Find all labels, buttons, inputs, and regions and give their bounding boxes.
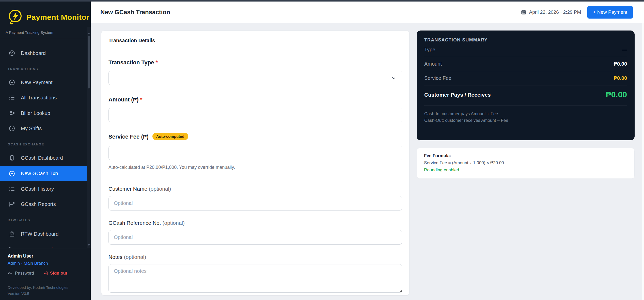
sign-out-link[interactable]: Sign out: [43, 271, 67, 276]
sidebar-item-biller-lookup[interactable]: Biller Lookup: [0, 106, 87, 121]
phone-icon: [9, 155, 15, 161]
sign-out-icon: [43, 271, 48, 276]
page-header: New GCash Transaction April 22, 2026 · 2…: [91, 2, 644, 23]
app-title: Payment Monitor: [26, 13, 89, 22]
sidebar-item-new-gcash-txn[interactable]: New GCash Txn: [0, 166, 87, 181]
gcash-reference-input[interactable]: [108, 230, 402, 245]
scroll-down-arrow-icon[interactable]: [88, 244, 90, 246]
nav-section-gcash-exchange: GCASH EXCHANGE: [8, 142, 44, 146]
cash-in-note: Cash-In: customer pays Amount + Fee: [424, 111, 627, 117]
sidebar-item-gcash-history[interactable]: GCash History: [0, 182, 87, 196]
page-title: New GCash Transaction: [100, 9, 170, 16]
developer-credit: Developed by: Kodarti Technologies: [8, 285, 83, 290]
sidebar-item-label: Biller Lookup: [21, 110, 50, 116]
sidebar-item-all-transactions[interactable]: All Transactions: [0, 90, 87, 105]
amount-input[interactable]: [108, 108, 402, 122]
sidebar-item-rtw-dashboard[interactable]: RTW Dashboard: [0, 227, 87, 241]
list-icon: [9, 94, 15, 101]
cash-out-note: Cash-Out: customer receives Amount – Fee: [424, 117, 627, 124]
footer-divider: [8, 281, 83, 281]
sidebar-item-label: GCash History: [21, 186, 54, 192]
sidebar-item-label: Dashboard: [21, 50, 46, 56]
sidebar: Payment Monitor A Payment Tracking Syste…: [0, 0, 91, 300]
nav-section-transactions: TRANSACTIONS: [8, 67, 38, 71]
summary-row-service-fee: Service Fee ₱0.00: [424, 71, 627, 85]
gcash-reference-label: GCash Reference No. (optional): [108, 220, 402, 226]
fee-formula-card: Fee Formula: Service Fee = (Amount ÷ 1,0…: [417, 148, 635, 179]
summary-row-total: Customer Pays / Receives ₱0.00: [424, 85, 627, 106]
summary-notes: Cash-In: customer pays Amount + Fee Cash…: [424, 106, 627, 124]
sidebar-item-new-payment[interactable]: New Payment: [0, 75, 87, 90]
summary-fee-value: ₱0.00: [614, 75, 627, 81]
required-marker: *: [140, 96, 143, 103]
plus-circle-icon: [9, 79, 15, 86]
sidebar-item-label: GCash Reports: [21, 201, 56, 207]
customer-name-label: Customer Name (optional): [108, 186, 402, 192]
summary-row-amount: Amount ₱0.00: [424, 57, 627, 71]
calendar-icon: [521, 9, 526, 15]
key-icon: [8, 271, 13, 276]
sidebar-item-label: My Shifts: [21, 126, 42, 131]
fee-help-text: Auto-calculated at ₱20.00/₱1,000. You ma…: [108, 165, 402, 170]
service-fee-input[interactable]: [108, 146, 402, 160]
chevron-down-icon: [391, 76, 396, 81]
transaction-details-card: Transaction Details Transaction Type * -…: [101, 31, 410, 295]
auto-computed-badge: Auto-computed: [152, 133, 188, 140]
sidebar-item-gcash-reports[interactable]: GCash Reports: [0, 197, 87, 212]
user-role-branch[interactable]: Admin · Main Branch: [8, 261, 83, 266]
summary-title: TRANSACTION SUMMARY: [424, 37, 627, 43]
sidebar-user-footer: Admin User Admin · Main Branch Password …: [0, 248, 91, 300]
summary-type-value: —: [622, 47, 627, 53]
summary-total-value: ₱0.00: [606, 90, 627, 99]
sidebar-item-gcash-dashboard[interactable]: GCash Dashboard: [0, 151, 87, 165]
sidebar-item-dashboard[interactable]: Dashboard: [0, 46, 87, 61]
summary-amount-value: ₱0.00: [614, 61, 627, 67]
top-strip: [0, 0, 644, 2]
rounding-note: Rounding enabled: [424, 168, 627, 173]
lightning-logo-icon: [7, 9, 23, 26]
card-title: Transaction Details: [101, 31, 409, 50]
clock-icon: [9, 125, 15, 132]
transaction-type-label: Transaction Type *: [108, 59, 402, 66]
service-fee-label: Service Fee (₱)Auto-computed: [108, 133, 402, 141]
new-payment-button[interactable]: + New Payment: [587, 6, 633, 19]
nav-section-rtw-sales: RTW SALES: [8, 218, 30, 222]
app-logo: Payment Monitor: [7, 9, 89, 26]
list-icon: [9, 186, 15, 192]
notes-label: Notes (optional): [108, 254, 402, 260]
sidebar-divider: [0, 39, 91, 39]
sidebar-item-my-shifts[interactable]: My Shifts: [0, 121, 87, 136]
fee-formula-title: Fee Formula:: [424, 153, 627, 158]
selected-option: ---------: [114, 75, 130, 81]
required-marker: *: [155, 59, 158, 66]
summary-row-type: Type —: [424, 43, 627, 57]
page-scrollbar-track[interactable]: [642, 23, 644, 300]
user-list-icon: [9, 110, 15, 116]
sidebar-item-label: RTW Dashboard: [21, 231, 59, 237]
datetime-display: April 22, 2026 · 2:29 PM: [521, 9, 581, 15]
form-divider: [108, 178, 402, 178]
amount-label: Amount (₱) *: [108, 96, 402, 103]
plus-circle-icon: [9, 170, 15, 177]
sidebar-item-label: All Transactions: [21, 95, 57, 101]
sidebar-item-label: GCash Dashboard: [21, 155, 63, 161]
gauge-icon: [9, 50, 15, 56]
notes-textarea[interactable]: [108, 264, 402, 293]
password-link[interactable]: Password: [8, 271, 34, 276]
sidebar-item-label: New GCash Txn: [21, 171, 58, 176]
sidebar-item-label: New Payment: [21, 80, 53, 85]
chart-icon: [9, 201, 15, 207]
version-label: Version V3.5: [8, 291, 83, 296]
user-name: Admin User: [8, 253, 83, 259]
transaction-type-select[interactable]: ---------: [108, 71, 402, 85]
sidebar-scrollbar[interactable]: [87, 27, 91, 248]
app-tagline: A Payment Tracking System: [6, 30, 53, 35]
fee-formula-text: Service Fee = (Amount ÷ 1,000) × ₱20.00: [424, 160, 627, 166]
sidebar-scrollbar-thumb[interactable]: [88, 36, 90, 88]
transaction-summary-card: TRANSACTION SUMMARY Type — Amount ₱0.00 …: [417, 31, 635, 140]
customer-name-input[interactable]: [108, 196, 402, 211]
scroll-up-arrow-icon[interactable]: [88, 32, 90, 34]
bag-icon: [9, 231, 15, 237]
